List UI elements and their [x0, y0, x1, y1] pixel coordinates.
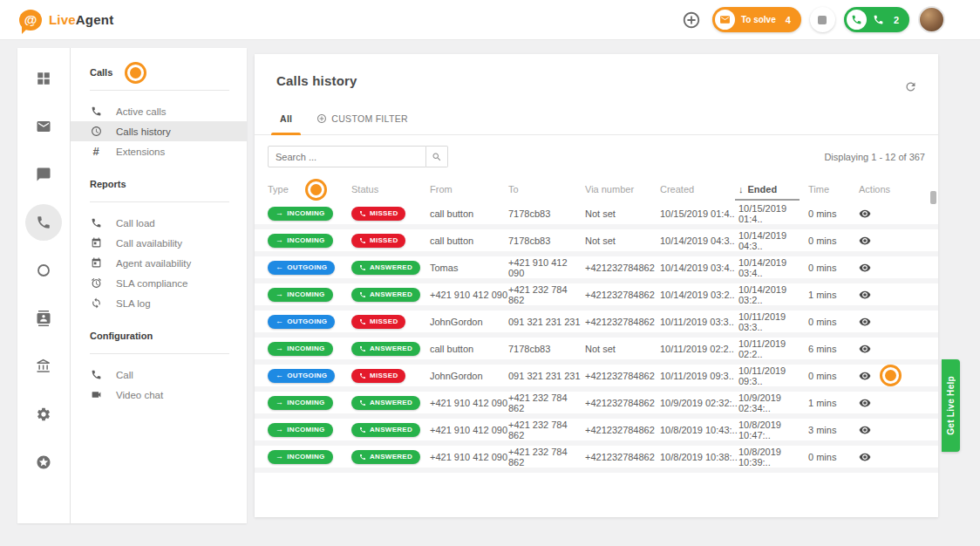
col-ended-sorted[interactable]: ↓ Ended: [738, 184, 808, 195]
rail-gear-icon[interactable]: [25, 396, 62, 433]
tab-all[interactable]: All: [268, 113, 304, 134]
cell-ended: 10/11/2019 02:2..: [738, 338, 808, 359]
type-badge: →INCOMING: [268, 396, 333, 410]
type-badge: →INCOMING: [268, 342, 333, 356]
rail-phone-icon[interactable]: [25, 204, 62, 241]
cell-actions: [859, 289, 925, 301]
tab-custom-filter-label: CUSTOM FILTER: [331, 113, 408, 124]
direction-arrow-icon: →: [276, 453, 283, 461]
view-details-eye-icon[interactable]: [859, 262, 871, 274]
type-badge: →INCOMING: [268, 423, 333, 437]
rail-bank-icon[interactable]: [25, 348, 62, 385]
cell-to: 091 321 231 231: [508, 317, 585, 327]
active-calls-button[interactable]: 2: [844, 7, 909, 32]
view-details-eye-icon[interactable]: [859, 316, 871, 328]
scrollbar-thumb[interactable]: [930, 191, 936, 204]
view-details-eye-icon[interactable]: [859, 451, 871, 463]
rail-star-icon[interactable]: [25, 444, 62, 481]
refresh-icon[interactable]: [904, 80, 917, 93]
table-row[interactable]: →INCOMINGMISSEDcall button7178cb83Not se…: [255, 229, 938, 256]
cell-from: call button: [430, 235, 508, 246]
view-details-eye-icon[interactable]: [859, 208, 871, 220]
cell-from: call button: [430, 344, 508, 354]
sidebar-item-active-calls[interactable]: Active calls: [71, 101, 247, 121]
table-row[interactable]: ←OUTGOINGMISSEDJohnGordon091 321 231 231…: [255, 311, 938, 338]
col-time[interactable]: Time: [808, 184, 859, 195]
cell-ended: 10/14/2019 03:4..: [738, 257, 808, 278]
cell-from: +421 910 412 090: [430, 452, 508, 462]
sidebar-item-sla-compliance[interactable]: SLA compliance: [71, 273, 247, 293]
status-badge: ANSWERED: [351, 288, 420, 302]
view-details-eye-icon[interactable]: [859, 235, 871, 247]
cell-ended: 10/15/2019 01:4..: [738, 203, 808, 224]
cell-ended: 10/11/2019 09:3..: [738, 365, 808, 386]
cell-to: 7178cb83: [508, 344, 585, 354]
status-badge: MISSED: [351, 234, 405, 248]
cell-time: 0 mins: [808, 317, 859, 327]
clock-icon: [90, 126, 102, 137]
sidebar-item-extensions[interactable]: #Extensions: [71, 141, 247, 161]
to-solve-label: To solve: [741, 15, 776, 24]
active-calls-count: 2: [894, 15, 899, 25]
col-to[interactable]: To: [508, 184, 585, 195]
type-badge: →INCOMING: [268, 288, 333, 302]
col-created[interactable]: Created: [660, 184, 738, 195]
view-details-eye-icon[interactable]: [859, 343, 871, 355]
phone-icon: [359, 345, 366, 352]
table-row[interactable]: →INCOMINGANSWERED+421 910 412 090+421 23…: [255, 392, 938, 419]
cell-status: MISSED: [351, 369, 430, 383]
table-row[interactable]: →INCOMINGANSWERED+421 910 412 090+421 23…: [255, 283, 938, 311]
table-row[interactable]: →INCOMINGANSWERED+421 910 412 090+421 23…: [255, 446, 938, 473]
add-circle-icon[interactable]: [679, 8, 704, 32]
sidebar-item-label: SLA compliance: [116, 278, 187, 289]
col-from[interactable]: From: [430, 184, 508, 195]
sidebar-item-video-chat[interactable]: Video chat: [71, 385, 247, 405]
table-row[interactable]: →INCOMINGANSWEREDcall button7178cb83Not …: [255, 338, 938, 365]
direction-arrow-icon: ←: [276, 317, 283, 325]
sidebar-item-call-availability[interactable]: Call availability: [71, 233, 247, 253]
table-row[interactable]: ←OUTGOINGMISSEDJohnGordon091 321 231 231…: [255, 365, 938, 392]
rail-dashboard-icon[interactable]: [25, 60, 62, 97]
get-live-help-tab[interactable]: Get Live Help: [942, 359, 960, 452]
call-count-icon: [873, 14, 884, 25]
status-badge: ANSWERED: [351, 342, 420, 356]
table-row[interactable]: ←OUTGOINGANSWEREDTomas+421 910 412 090+4…: [255, 256, 938, 283]
status-badge: MISSED: [351, 315, 405, 329]
cell-from: +421 910 412 090: [430, 398, 508, 408]
sort-desc-icon: ↓: [738, 184, 744, 195]
tab-bar: All CUSTOM FILTER: [255, 107, 938, 135]
view-details-eye-icon[interactable]: [859, 424, 871, 436]
col-via-number[interactable]: Via number: [585, 184, 660, 195]
cell-from: JohnGordon: [430, 371, 508, 381]
search-input[interactable]: [268, 146, 426, 167]
status-badge: ANSWERED: [351, 423, 420, 437]
cell-created: 10/15/2019 01:4..: [660, 208, 738, 219]
rail-circle-icon[interactable]: [25, 252, 62, 289]
status-pause-button[interactable]: [810, 7, 835, 32]
phone-icon: [90, 217, 102, 229]
sidebar-item-sla-log[interactable]: SLA log: [71, 293, 247, 313]
sidebar-item-call-load[interactable]: Call load: [71, 213, 247, 233]
table-row[interactable]: →INCOMINGANSWERED+421 910 412 090+421 23…: [255, 419, 938, 446]
view-details-eye-icon[interactable]: [859, 397, 871, 409]
view-details-eye-icon[interactable]: [859, 370, 871, 382]
rail-chat-icon[interactable]: [25, 156, 62, 193]
liveagent-logo[interactable]: @ LiveAgent: [19, 10, 113, 31]
sidebar-item-calls-history[interactable]: Calls history: [71, 121, 247, 141]
sidebar-item-agent-availability[interactable]: Agent availability: [71, 253, 247, 273]
user-avatar[interactable]: [918, 6, 945, 33]
sidebar-item-call[interactable]: Call: [71, 365, 247, 385]
tab-custom-filter[interactable]: CUSTOM FILTER: [304, 113, 420, 134]
col-status[interactable]: Status: [351, 184, 430, 195]
search-button[interactable]: [426, 146, 448, 167]
cell-via: +421232784862: [585, 317, 660, 327]
rail-contacts-icon[interactable]: [25, 300, 62, 337]
cell-status: MISSED: [351, 234, 430, 248]
rail-mail-icon[interactable]: [25, 108, 62, 145]
view-details-eye-icon[interactable]: [859, 289, 871, 301]
to-solve-button[interactable]: To solve 4: [712, 7, 801, 32]
filter-bar: Displaying 1 - 12 of 367: [255, 135, 938, 176]
col-type[interactable]: Type: [268, 179, 351, 201]
type-badge: ←OUTGOING: [268, 369, 335, 383]
table-row[interactable]: →INCOMINGMISSEDcall button7178cb83Not se…: [255, 202, 938, 229]
